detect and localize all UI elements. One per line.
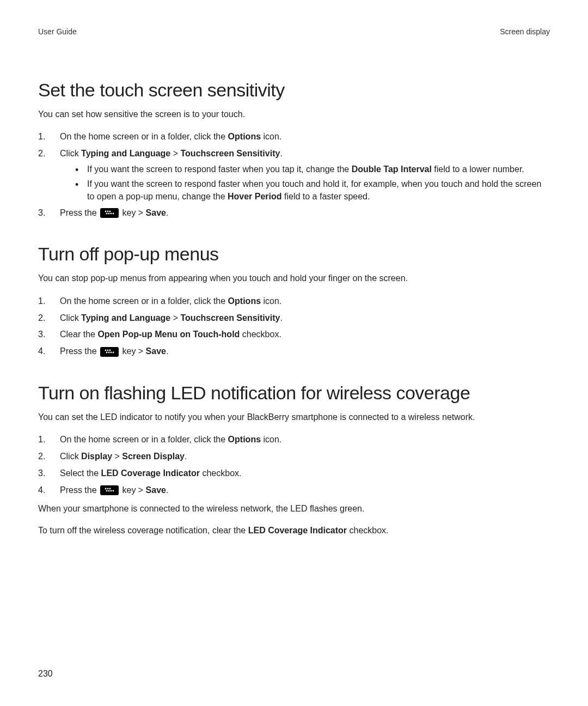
svg-point-11	[108, 351, 110, 353]
svg-point-15	[107, 488, 109, 490]
step-item: Press the key > Save.	[38, 206, 550, 220]
body-paragraph: To turn off the wireless coverage notifi…	[38, 525, 550, 537]
svg-point-13	[113, 351, 114, 353]
svg-point-10	[106, 351, 108, 353]
svg-point-2	[109, 211, 111, 212]
section-title: Turn on flashing LED notification for wi…	[38, 382, 550, 404]
svg-point-18	[108, 490, 110, 492]
step-item: Press the key > Save.	[38, 484, 550, 497]
step-item: Click Display > Screen Display.	[38, 450, 550, 464]
section-intro: You can stop pop-up menus from appearing…	[38, 272, 550, 284]
bullet-item: If you want the screen to respond faster…	[73, 178, 550, 203]
svg-point-9	[109, 349, 111, 351]
step-item: Clear the Open Pop-up Menu on Touch-hold…	[38, 328, 550, 342]
section-touch-sensitivity: Set the touch screen sensitivity You can…	[38, 80, 550, 220]
menu-key-icon	[100, 485, 119, 495]
section-intro: You can set the LED indicator to notify …	[38, 411, 550, 423]
page-number: 230	[38, 669, 53, 679]
svg-point-7	[105, 349, 107, 351]
step-list: On the home screen or in a folder, click…	[38, 130, 550, 220]
step-item: Click Typing and Language > Touchscreen …	[38, 312, 550, 325]
step-item: On the home screen or in a folder, click…	[38, 130, 550, 144]
section-title: Turn off pop-up menus	[38, 244, 550, 265]
svg-point-4	[108, 213, 110, 215]
step-item: Select the LED Coverage Indicator checkb…	[38, 467, 550, 480]
document-page: User Guide Screen display Set the touch …	[0, 0, 588, 706]
svg-point-6	[113, 213, 114, 215]
svg-point-8	[107, 349, 109, 351]
svg-point-12	[111, 351, 112, 353]
svg-point-19	[111, 490, 112, 492]
svg-point-1	[107, 211, 109, 212]
page-header: User Guide Screen display	[38, 27, 550, 36]
bullet-list: If you want the screen to respond faster…	[73, 163, 550, 203]
svg-point-5	[111, 213, 112, 215]
section-intro: You can set how sensitive the screen is …	[38, 108, 550, 120]
header-right: Screen display	[500, 27, 550, 36]
section-title: Set the touch screen sensitivity	[38, 80, 550, 101]
step-list: On the home screen or in a folder, click…	[38, 433, 550, 497]
step-item: On the home screen or in a folder, click…	[38, 295, 550, 308]
step-list: On the home screen or in a folder, click…	[38, 295, 550, 358]
svg-point-20	[113, 490, 114, 492]
section-led-notification: Turn on flashing LED notification for wi…	[38, 382, 550, 537]
svg-point-14	[105, 488, 107, 490]
svg-point-16	[109, 488, 111, 490]
svg-point-17	[106, 490, 108, 492]
header-left: User Guide	[38, 27, 77, 36]
menu-key-icon	[100, 347, 119, 357]
bullet-item: If you want the screen to respond faster…	[73, 163, 550, 175]
body-paragraph: When your smartphone is connected to the…	[38, 503, 550, 515]
step-item: On the home screen or in a folder, click…	[38, 433, 550, 447]
svg-point-3	[106, 213, 108, 215]
step-item: Click Typing and Language > Touchscreen …	[38, 147, 550, 203]
step-item: Press the key > Save.	[38, 345, 550, 358]
svg-point-0	[105, 211, 107, 212]
menu-key-icon	[100, 208, 119, 218]
section-popup-menus: Turn off pop-up menus You can stop pop-u…	[38, 244, 550, 358]
